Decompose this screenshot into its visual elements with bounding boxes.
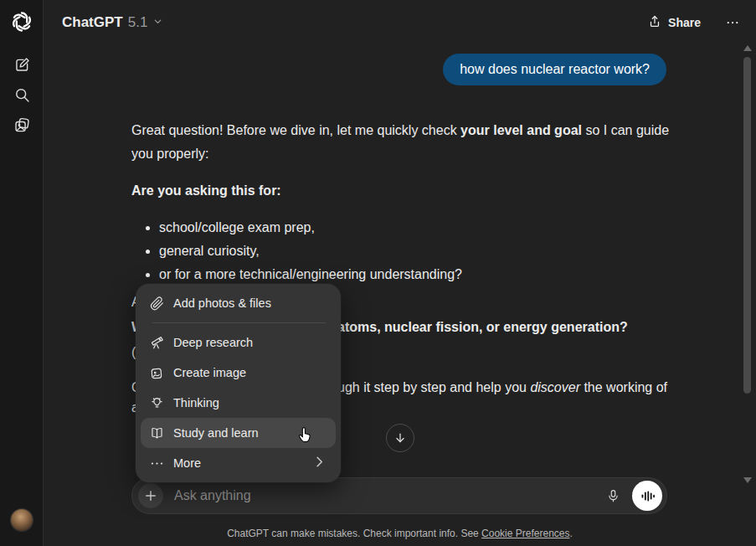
chevron-right-icon (311, 454, 327, 472)
share-label: Share (668, 16, 701, 29)
attach-plus-button[interactable] (138, 483, 163, 508)
share-button[interactable]: Share (642, 11, 706, 34)
occluded-text-fragment: ugh it step by step and help you discove… (337, 376, 667, 399)
cookie-preferences-link[interactable]: Cookie Preferences (481, 528, 569, 539)
voice-mode-button[interactable] (632, 481, 662, 511)
assistant-paragraph: Great question! Before we dive in, let m… (131, 119, 671, 166)
open-book-icon (149, 425, 165, 441)
occluded-text-fragment: atoms, nuclear fission, or energy genera… (337, 316, 628, 339)
paperclip-icon (149, 296, 165, 312)
disclaimer: ChatGPT can make mistakes. Check importa… (44, 528, 756, 539)
menu-item-deep-research[interactable]: Deep research (141, 327, 336, 358)
tools-menu: Add photos & files Deep research Create … (136, 284, 341, 482)
telescope-icon (149, 335, 165, 351)
scrollbar-up-arrow[interactable] (743, 45, 752, 51)
scrollbar-down-arrow[interactable] (743, 477, 752, 483)
lightbulb-icon (149, 395, 165, 411)
list-item: school/college exam prep, (159, 216, 671, 240)
menu-item-create-image[interactable]: Create image (141, 358, 336, 388)
scroll-to-bottom-button[interactable] (386, 424, 414, 452)
user-message-bubble: how does nuclear reactor work? (443, 54, 666, 85)
arrow-down-icon (393, 430, 408, 446)
menu-item-thinking[interactable]: Thinking (141, 388, 336, 418)
image-icon (149, 365, 165, 381)
assistant-message: Great question! Before we dive in, let m… (131, 119, 671, 286)
chatgpt-window: ChatGPT 5.1 Share how does nuclear react… (0, 0, 756, 546)
ellipsis-icon (149, 456, 165, 471)
scrollbar-thumb[interactable] (743, 57, 751, 394)
microphone-icon (605, 488, 621, 504)
user-avatar[interactable] (11, 509, 33, 531)
list-item: general curiosity, (159, 240, 671, 263)
assistant-bullet-list: school/college exam prep, general curios… (131, 216, 671, 286)
menu-divider (152, 322, 326, 323)
message-input[interactable] (174, 488, 599, 503)
model-name: ChatGPT (62, 14, 123, 31)
new-chat-icon[interactable] (7, 49, 37, 80)
dictate-button[interactable] (599, 482, 626, 509)
sidebar (0, 0, 44, 546)
more-options-icon[interactable] (721, 11, 744, 34)
model-switcher[interactable]: ChatGPT 5.1 (59, 11, 167, 34)
library-icon[interactable] (7, 110, 37, 140)
composer (131, 477, 667, 514)
list-item: or for a more technical/engineering unde… (159, 263, 671, 286)
menu-item-add-photos-files[interactable]: Add photos & files (141, 288, 336, 318)
assistant-heading: Are you asking this for: (131, 179, 671, 203)
voice-waveform-icon (640, 488, 656, 504)
openai-logo-icon[interactable] (7, 7, 37, 37)
share-icon (647, 14, 662, 32)
menu-item-study-and-learn[interactable]: Study and learn (141, 418, 336, 448)
plus-icon (143, 488, 158, 503)
model-version: 5.1 (128, 14, 148, 31)
menu-item-more[interactable]: More (141, 448, 336, 478)
chevron-down-icon (152, 15, 163, 30)
search-icon[interactable] (7, 80, 37, 110)
